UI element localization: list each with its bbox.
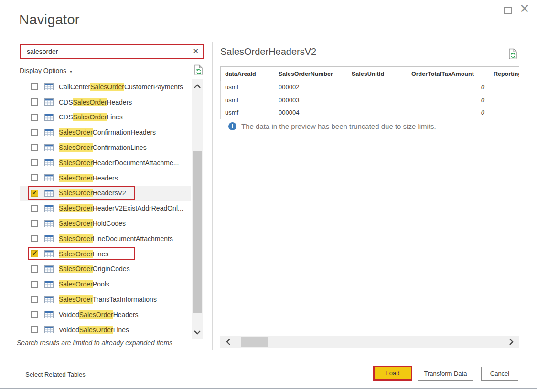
table-checkbox[interactable] [31, 235, 38, 242]
table-checkbox[interactable] [31, 326, 38, 333]
scrollbar-thumb[interactable] [241, 337, 268, 347]
scroll-down-icon[interactable] [192, 326, 203, 339]
search-match-highlight: SalesOrder [79, 310, 113, 319]
panel-divider [212, 42, 213, 350]
table-name: SalesOrderLines [59, 250, 108, 258]
search-match-highlight: SalesOrder [59, 250, 93, 258]
table-list-item[interactable]: SalesOrderHeadersV2 [20, 186, 191, 201]
table-icon [44, 159, 54, 166]
maximize-icon[interactable] [504, 7, 512, 14]
table-list-item[interactable]: SalesOrderOriginCodes [20, 262, 191, 277]
table-list-item[interactable]: VoidedSalesOrderLines [20, 322, 191, 338]
table-list-item[interactable]: SalesOrderLines [20, 246, 191, 262]
table-name: SalesOrderPools [59, 280, 109, 288]
table-list-item[interactable]: CDSSalesOrderLines [20, 110, 191, 125]
table-checkbox[interactable] [31, 98, 38, 106]
table-name: SalesOrderHeadersV2 [59, 189, 126, 197]
table-list-item[interactable]: SalesOrderLineDocumentAttachments [20, 231, 191, 246]
table-name: SalesOrderHoldCodes [59, 220, 126, 227]
table-name: SalesOrderConfirmationLines [59, 144, 147, 151]
table-checkbox[interactable] [31, 311, 38, 318]
table-list: CallCenterSalesOrderCustomerPayments CDS… [20, 79, 191, 338]
table-cell: 000003 [274, 94, 347, 106]
table-list-item[interactable]: SalesOrderHeaderV2ExistAddrReadOnl... [20, 201, 191, 216]
search-match-highlight: SalesOrder [59, 143, 93, 152]
preview-horizontal-scrollbar [220, 336, 519, 348]
search-box: ✕ [20, 44, 204, 59]
search-match-highlight: SalesOrder [59, 295, 93, 304]
table-checkbox[interactable] [31, 144, 38, 151]
scrollbar-thumb[interactable] [193, 151, 202, 313]
scroll-left-icon[interactable] [222, 336, 235, 348]
table-checkbox[interactable] [31, 250, 38, 257]
table-name: CDSSalesOrderLines [59, 113, 123, 121]
scroll-up-icon[interactable] [192, 80, 203, 93]
search-input[interactable] [21, 45, 203, 58]
search-match-highlight: SalesOrder [59, 189, 93, 197]
search-match-highlight: SalesOrder [79, 326, 113, 334]
search-match-highlight: SalesOrder [59, 219, 93, 228]
table-icon [44, 326, 54, 333]
table-checkbox[interactable] [31, 220, 38, 227]
table-list-item[interactable]: SalesOrderHeaderDocumentAttachme... [20, 155, 191, 170]
table-checkbox[interactable] [31, 114, 38, 121]
table-list-item[interactable]: CallCenterSalesOrderCustomerPayments [20, 79, 191, 95]
table-name: VoidedSalesOrderLines [59, 326, 129, 334]
scroll-right-icon[interactable] [505, 336, 517, 348]
table-checkbox[interactable] [31, 129, 38, 136]
table-icon [44, 281, 54, 288]
table-icon [44, 220, 54, 227]
table-cell: 0 [407, 81, 489, 94]
table-icon [44, 98, 54, 106]
table-list-item[interactable]: SalesOrderConfirmationHeaders [20, 125, 191, 140]
table-icon [44, 311, 54, 318]
display-options-row: Display Options▾ [20, 64, 204, 77]
preview-table-container: dataAreaIdSalesOrderNumberSalesUnitIdOrd… [220, 66, 519, 119]
refresh-preview-icon[interactable] [507, 48, 518, 61]
load-button[interactable]: Load [373, 366, 412, 381]
search-match-highlight: SalesOrder [59, 234, 93, 243]
table-name: SalesOrderHeaderDocumentAttachme... [59, 159, 179, 167]
table-cell [489, 81, 520, 94]
table-icon [44, 265, 54, 273]
search-match-highlight: SalesOrder [73, 113, 107, 121]
table-list-item[interactable]: VoidedSalesOrderHeaders [20, 307, 191, 322]
table-cell: 000004 [274, 106, 347, 119]
column-header: SalesOrderNumber [274, 67, 347, 81]
table-checkbox[interactable] [31, 296, 38, 303]
table-list-item[interactable]: CDSSalesOrderHeaders [20, 95, 191, 110]
table-icon [44, 296, 54, 303]
select-related-tables-button[interactable]: Select Related Tables [20, 368, 91, 381]
table-checkbox[interactable] [31, 281, 38, 288]
table-list-item[interactable]: SalesOrderTransTaxInformations [20, 292, 191, 307]
table-list-item[interactable]: SalesOrderPools [20, 276, 191, 292]
table-list-item[interactable]: SalesOrderHeaders [20, 170, 191, 186]
table-cell [347, 81, 407, 94]
search-match-highlight: SalesOrder [73, 98, 107, 106]
table-list-item[interactable]: SalesOrderConfirmationLines [20, 140, 191, 155]
table-checkbox[interactable] [31, 174, 38, 181]
table-checkbox[interactable] [31, 159, 38, 166]
table-list-item[interactable]: SalesOrderHoldCodes [20, 216, 191, 231]
search-match-highlight: SalesOrder [59, 265, 93, 273]
table-checkbox[interactable] [31, 265, 38, 273]
table-icon [44, 250, 54, 257]
table-name: SalesOrderHeaders [59, 174, 118, 182]
table-checkbox[interactable] [31, 190, 38, 197]
table-row: usmf0000040 [221, 106, 520, 119]
table-cell: usmf [221, 81, 274, 94]
transform-data-button[interactable]: Transform Data [418, 367, 473, 381]
truncation-notice: i The data in the preview has been trunc… [228, 122, 436, 130]
clear-search-icon[interactable]: ✕ [193, 47, 199, 55]
table-row: usmf0000030 [221, 94, 520, 106]
table-checkbox[interactable] [31, 205, 38, 212]
refresh-list-icon[interactable] [193, 64, 204, 77]
table-name: SalesOrderLineDocumentAttachments [59, 235, 173, 243]
table-icon [44, 144, 54, 151]
table-checkbox[interactable] [31, 83, 38, 90]
table-icon [44, 174, 54, 181]
close-icon[interactable]: ✕ [519, 1, 530, 16]
table-name: CDSSalesOrderHeaders [59, 98, 132, 106]
cancel-button[interactable]: Cancel [481, 367, 518, 381]
display-options-dropdown[interactable]: Display Options▾ [20, 67, 72, 74]
